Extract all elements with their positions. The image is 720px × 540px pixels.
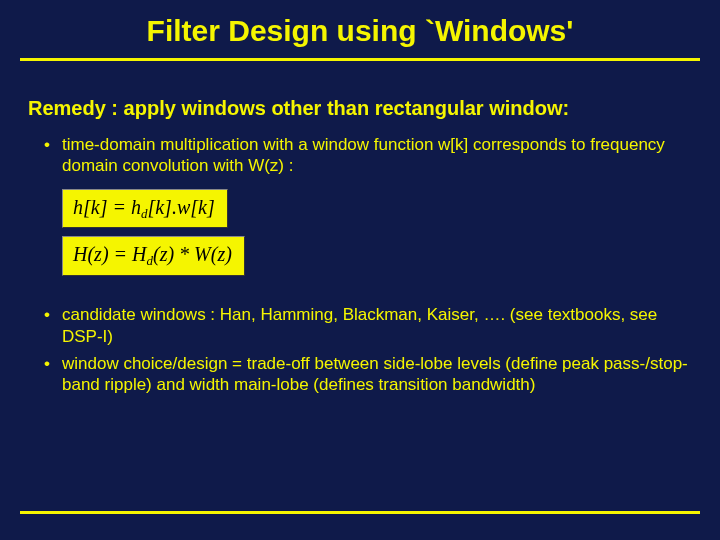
bullet-1: time-domain multiplication with a window… (44, 134, 692, 177)
remedy-heading: Remedy : apply windows other than rectan… (28, 97, 692, 120)
bullet-list-2: candidate windows : Han, Hamming, Blackm… (28, 304, 692, 395)
equation-time-domain: h[k] = hd[k].w[k] (62, 189, 228, 229)
eq1-rhs-a-tail: [k]. (147, 196, 176, 218)
eq2-rhs-b: W(z) (194, 243, 232, 265)
eq2-lhs: H(z) (73, 243, 109, 265)
equation-freq-domain: H(z) = Hd(z) * W(z) (62, 236, 245, 276)
eq2-rhs-a-tail: (z) * (153, 243, 194, 265)
bullet-list: time-domain multiplication with a window… (28, 134, 692, 177)
divider-bottom (20, 511, 700, 514)
bullet-2: candidate windows : Han, Hamming, Blackm… (44, 304, 692, 347)
equation-block: h[k] = hd[k].w[k] H(z) = Hd(z) * W(z) (62, 189, 692, 285)
eq1-lhs: h[k] (73, 196, 107, 218)
slide-content: Remedy : apply windows other than rectan… (0, 61, 720, 395)
eq1-rhs-b: w[k] (177, 196, 215, 218)
eq1-rhs-a: h (131, 196, 141, 218)
slide-title: Filter Design using `Windows' (0, 0, 720, 58)
bullet-3: window choice/design = trade-off between… (44, 353, 692, 396)
eq2-rhs-a: H (132, 243, 146, 265)
